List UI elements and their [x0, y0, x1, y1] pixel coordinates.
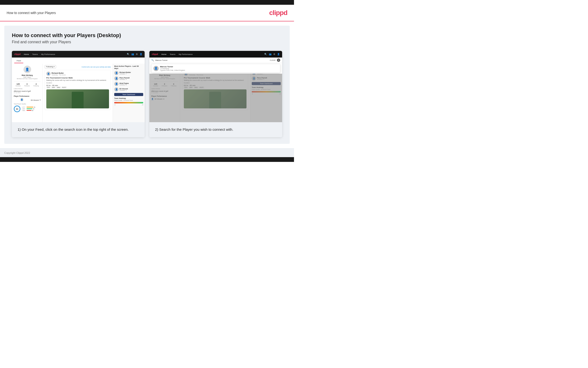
people-icon-1[interactable]: 👥 — [131, 53, 134, 55]
caption-text-1: 1) On your Feed, click on the search ico… — [18, 127, 139, 132]
card-user-1: Richard Butler Yesterday · The Grove — [52, 72, 66, 76]
clear-button-2[interactable]: CLEAR — [270, 59, 275, 61]
latest-activity-1: Afternoon round of golf — [14, 90, 41, 92]
heatmap-sub-1: Player Quality · 20 Round Trend — [114, 100, 143, 101]
mini-body-1: 👤 Blair McHarg Golf Coach Mill Ride Golf… — [12, 64, 145, 122]
search-result-2[interactable]: 👤 Marcus Turner 1.5 Handicap Cypress Poi… — [151, 64, 280, 73]
search-bar-container-2: 🔍 Marcus Turner CLEAR ✕ 👤 Marcus Turner … — [149, 57, 282, 74]
following-button-1[interactable]: Following ▾ — [45, 65, 56, 68]
heatmap-range-1: -5 +5 — [114, 104, 143, 106]
caption-1: 1) On your Feed, click on the search ico… — [12, 122, 145, 137]
mini-app-2: clippd Home Teams My Performance 🔍 👥 ⚙ 👤 — [149, 51, 282, 122]
bottom-bar — [0, 157, 294, 162]
right-title-1: Most Active Players - Last 30 days — [114, 65, 143, 69]
player-item-richard: 👤 Richard Butler Activities: 7 — [114, 71, 143, 75]
result-name-2: Marcus Turner — [160, 66, 185, 68]
screenshot-1: clippd Home Teams My Performance 🔍 👥 ⚙ 👤… — [12, 51, 145, 137]
search-icon-1[interactable]: 🔍 — [127, 53, 129, 55]
footer-copyright: Copyright Clippd 2022 — [4, 151, 30, 154]
tag-app-1: APP — [51, 87, 56, 88]
result-info-2: Marcus Turner 1.5 Handicap Cypress Point… — [160, 66, 185, 71]
result-detail2-2: Cypress Point Club, United Kingdom — [160, 69, 185, 71]
mini-nav-teams[interactable]: Teams — [32, 53, 38, 55]
mini-feed-center-1: Following ▾ Control who can see your act… — [43, 64, 113, 122]
mini-nav-performance-2[interactable]: My Performance — [179, 53, 193, 55]
mini-nav-home-2[interactable]: Home — [161, 53, 167, 55]
avatar-icon-2[interactable]: 👤 — [277, 53, 280, 55]
mini-logo-2: clippd — [152, 53, 158, 55]
following-row-1: Following ▾ Control who can see your act… — [45, 65, 111, 68]
main-heading: How to connect with your Players (Deskto… — [12, 32, 282, 38]
activity-card-1: 👤 Richard Butler Yesterday · The Grove P… — [45, 70, 111, 110]
profile-role-1: Golf Coach — [14, 76, 41, 78]
avatar-icon-1[interactable]: 👤 — [140, 53, 142, 55]
mini-avatar-1: 👤 — [24, 66, 31, 73]
screenshot-2: clippd Home Teams My Performance 🔍 👥 ⚙ 👤 — [149, 51, 282, 137]
mini-nav-performance[interactable]: My Performance — [41, 53, 55, 55]
caption-text-2: 2) Search for the Player you wish to con… — [155, 127, 276, 132]
control-link-1[interactable]: Control who can see your activity and da… — [82, 66, 111, 68]
mini-nav-icons-2: 🔍 👥 ⚙ 👤 — [264, 53, 280, 55]
team-dashboard-btn-1[interactable]: Team Dashboard — [114, 93, 143, 96]
mini-logo-1: clippd — [14, 53, 21, 55]
result-detail1-2: 1.5 Handicap — [160, 68, 185, 69]
search-magnifier-icon-2: 🔍 — [151, 59, 154, 61]
card-header-1: 👤 Richard Butler Yesterday · The Grove — [46, 72, 109, 76]
mini-nav-teams-2[interactable]: Teams — [170, 53, 176, 55]
mini-sidebar-1: 👤 Blair McHarg Golf Coach Mill Ride Golf… — [12, 64, 43, 122]
screenshots-row: clippd Home Teams My Performance 🔍 👥 ⚙ 👤… — [12, 51, 282, 137]
stat-following-1: 4 Following — [33, 83, 39, 87]
mini-right-panel-1: Most Active Players - Last 30 days 👤 Ric… — [113, 64, 145, 122]
mini-nav-1: clippd Home Teams My Performance 🔍 👥 ⚙ 👤 — [12, 51, 145, 57]
player-select-1[interactable]: 👤 Eli Vincent ▾ — [14, 98, 41, 102]
player-item-eli: 👤 Eli Vincent Activities: 1 — [114, 87, 143, 92]
bar-app: APP 70 — [22, 108, 35, 110]
bar-arg: ARG 64 — [22, 110, 35, 111]
heatmap-bar-1 — [114, 102, 143, 103]
player-item-piers: 👤 Piers Parnell Activities: 4 — [114, 76, 143, 81]
settings-icon-1[interactable]: ⚙ — [136, 53, 138, 55]
mini-search-bar-2: 🔍 Marcus Turner CLEAR ✕ — [149, 57, 282, 63]
latest-date-1: 27 Jul 2022 — [14, 92, 41, 93]
people-icon-2[interactable]: 👥 — [269, 53, 272, 55]
mini-app-1: clippd Home Teams My Performance 🔍 👥 ⚙ 👤… — [12, 51, 145, 122]
main-subheading: Find and connect with your Players — [12, 40, 282, 44]
header: How to connect with your Players clippd — [0, 5, 294, 21]
player-perf-title-1: Player Performance — [14, 95, 41, 97]
logo: clippd — [269, 9, 287, 17]
card-title-1: Pre Tournament Course Walk — [46, 77, 109, 79]
page-title: How to connect with your Players — [7, 11, 56, 15]
card-time-1: 02 hr : 00 min — [46, 84, 109, 87]
card-duration-label-1: Duration — [46, 82, 109, 84]
tag-ott-1: OTT — [46, 87, 51, 88]
tag-arg-1: ARG — [56, 87, 61, 88]
card-avatar-1: 👤 — [46, 72, 51, 76]
tag-putt-1: PUTT — [61, 87, 67, 88]
mini-stats-1: 129 Activities 3 Followers 4 Following — [14, 83, 41, 87]
mini-nav-icons: 🔍 👥 ⚙ 👤 — [127, 53, 142, 55]
mini-nav-home[interactable]: Home — [24, 53, 29, 55]
profile-club-1: Mill Ride Golf Club, United Kingdom — [14, 78, 41, 79]
footer: Copyright Clippd 2022 — [0, 148, 294, 157]
feed-tab-1[interactable]: Feed — [14, 59, 23, 63]
stat-followers-1: 3 Followers — [24, 83, 30, 87]
stat-activities-1: 129 Activities — [16, 83, 21, 87]
bar-ott: OTT 79 — [22, 107, 35, 108]
main-content: How to connect with your Players (Deskto… — [4, 26, 290, 144]
search-input-2[interactable]: Marcus Turner — [155, 59, 268, 61]
player-item-hiral: 👤 Hiral Pujara Activities: 3 — [114, 82, 143, 86]
heatmap-title-1: Team Heatmap — [114, 97, 143, 99]
settings-icon-2[interactable]: ⚙ — [273, 53, 275, 55]
close-search-button-2[interactable]: ✕ — [277, 58, 280, 62]
mini-profile-1: 👤 Blair McHarg Golf Coach Mill Ride Golf… — [14, 66, 41, 82]
card-desc-1: Walking the course with my coach to buil… — [46, 79, 109, 81]
mini-nav-2: clippd Home Teams My Performance 🔍 👥 ⚙ 👤 — [149, 51, 282, 57]
quality-label-1: Total Player Quality — [14, 103, 41, 105]
activity-photo-1 — [46, 89, 109, 108]
profile-name-1: Blair McHarg — [14, 74, 41, 76]
card-tags-1: OTT APP ARG PUTT — [46, 87, 109, 88]
top-bar — [0, 0, 294, 5]
quality-display-1: 84 OTT 79 APP 70 — [14, 106, 41, 112]
result-avatar-2: 👤 — [153, 66, 159, 71]
search-icon-2[interactable]: 🔍 — [264, 53, 267, 55]
